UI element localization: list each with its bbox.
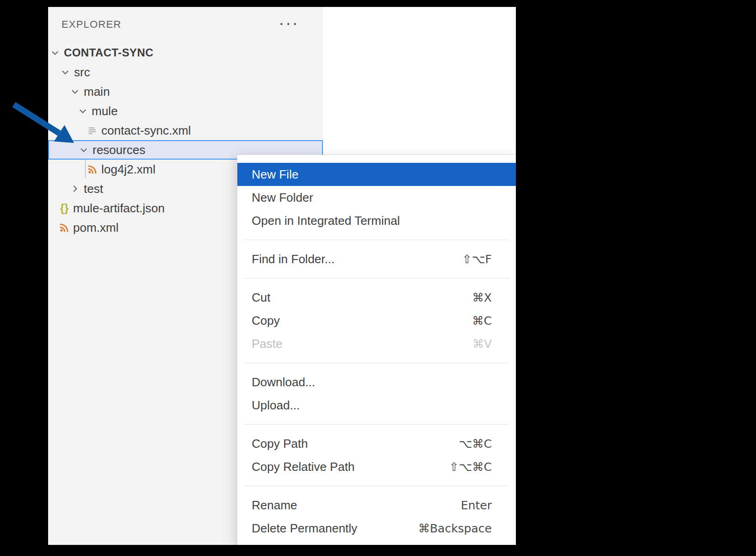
menu-item-label: Copy Relative Path xyxy=(252,460,355,474)
menu-separator xyxy=(244,486,509,486)
menu-item-shortcut: ⌘C xyxy=(472,314,492,327)
menu-item-shortcut: ⌥⌘C xyxy=(459,437,492,451)
annotation-arrow-icon xyxy=(9,98,88,151)
tree-item-label: resources xyxy=(93,143,145,157)
tree-indent-guide xyxy=(85,160,86,178)
menu-item-paste: Paste ⌘V xyxy=(237,332,516,355)
menu-item-label: Paste xyxy=(252,337,283,351)
menu-item-label: Copy xyxy=(252,314,280,328)
tree-item-label: pom.xml xyxy=(73,221,118,235)
json-braces-icon: {} xyxy=(59,202,69,215)
menu-item-delete-permanently[interactable]: Delete Permanently ⌘Backspace xyxy=(237,517,516,540)
menu-item-shortcut: Enter xyxy=(461,499,492,512)
menu-item-rename[interactable]: Rename Enter xyxy=(237,494,516,517)
menu-item-shortcut: ⌘Backspace xyxy=(418,522,492,535)
chevron-down-icon xyxy=(70,86,80,97)
lines-icon xyxy=(87,125,98,136)
tree-item-label: main xyxy=(84,85,110,99)
tree-item-mule[interactable]: mule xyxy=(48,101,323,121)
tree-item-label: contact-sync.xml xyxy=(101,124,191,138)
tree-item-label: mule-artifact.json xyxy=(73,201,165,216)
menu-item-new-folder[interactable]: New Folder xyxy=(237,186,516,209)
xml-rss-icon xyxy=(87,164,98,174)
menu-item-label: New Folder xyxy=(252,191,313,205)
tree-item-label: test xyxy=(84,182,103,196)
menu-item-shortcut: ⌘X xyxy=(472,291,492,304)
tree-item-label: log4j2.xml xyxy=(101,162,155,177)
menu-item-copy[interactable]: Copy ⌘C xyxy=(237,309,516,332)
menu-item-label: Copy Path xyxy=(252,437,308,451)
menu-item-label: Delete Permanently xyxy=(252,521,357,536)
menu-separator xyxy=(244,278,509,278)
tree-item-main[interactable]: main xyxy=(48,82,323,101)
menu-separator xyxy=(244,240,509,240)
menu-item-cut[interactable]: Cut ⌘X xyxy=(237,286,516,309)
menu-item-label: Open in Integrated Terminal xyxy=(252,214,400,228)
tree-item-contact-sync-root[interactable]: CONTACT-SYNC xyxy=(48,43,323,62)
explorer-title: EXPLORER xyxy=(62,19,121,31)
menu-item-open-in-integrated-terminal[interactable]: Open in Integrated Terminal xyxy=(237,209,516,232)
more-actions-icon[interactable]: ··· xyxy=(279,16,299,30)
chevron-down-icon xyxy=(60,67,70,77)
menu-item-shortcut: ⌘V xyxy=(472,337,492,351)
menu-item-label: Cut xyxy=(252,290,270,305)
tree-item-label: CONTACT-SYNC xyxy=(64,46,154,59)
menu-item-label: Download... xyxy=(252,375,315,389)
vscode-window: EXPLORER ··· CONTACT-SYNC src main xyxy=(48,7,516,545)
menu-item-label: Upload... xyxy=(252,398,300,413)
context-menu: New File New Folder Open in Integrated T… xyxy=(237,154,516,545)
tree-item-label: src xyxy=(74,65,90,80)
menu-separator xyxy=(244,363,509,363)
menu-item-label: New File xyxy=(252,167,298,182)
chevron-right-icon xyxy=(70,184,80,194)
menu-item-new-file[interactable]: New File xyxy=(237,163,516,186)
menu-item-copy-path[interactable]: Copy Path ⌥⌘C xyxy=(237,432,516,455)
tree-item-contact-sync-xml[interactable]: contact-sync.xml xyxy=(48,121,323,140)
tree-item-src[interactable]: src xyxy=(48,62,323,82)
menu-item-label: Find in Folder... xyxy=(252,252,335,266)
menu-item-upload[interactable]: Upload... xyxy=(237,394,516,417)
xml-rss-icon xyxy=(59,222,69,233)
menu-item-find-in-folder[interactable]: Find in Folder... ⇧⌥F xyxy=(237,247,516,271)
tree-item-label: mule xyxy=(92,104,118,118)
explorer-header: EXPLORER ··· xyxy=(48,15,323,34)
menu-separator xyxy=(244,424,509,425)
chevron-down-icon xyxy=(50,48,60,58)
menu-item-shortcut: ⇧⌥F xyxy=(462,253,492,266)
menu-item-download[interactable]: Download... xyxy=(237,371,516,394)
menu-item-label: Rename xyxy=(252,498,297,513)
menu-item-copy-relative-path[interactable]: Copy Relative Path ⇧⌥⌘C xyxy=(237,455,516,478)
menu-item-shortcut: ⇧⌥⌘C xyxy=(449,460,492,474)
